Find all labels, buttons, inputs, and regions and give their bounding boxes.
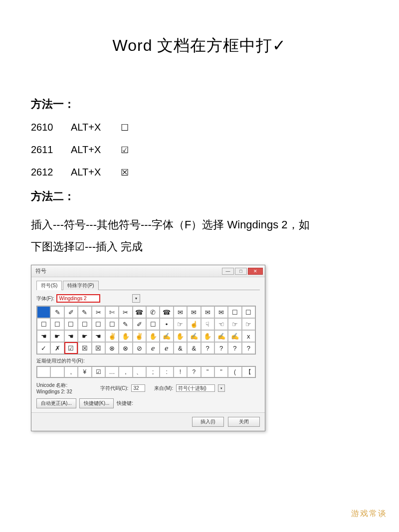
symbol-cell[interactable]: ☞ bbox=[174, 318, 187, 330]
symbol-cell[interactable]: ✌ bbox=[105, 330, 119, 342]
symbol-cell[interactable]: ✎ bbox=[50, 306, 64, 318]
symbol-cell[interactable]: ☛ bbox=[78, 330, 91, 342]
symbol-cell[interactable]: ✌ bbox=[133, 330, 146, 342]
symbol-cell[interactable]: ⊗ bbox=[105, 342, 119, 354]
symbol-cell[interactable]: ⊘ bbox=[133, 342, 146, 354]
symbol-cell[interactable]: ✍ bbox=[214, 330, 228, 342]
symbol-cell[interactable]: ☎ bbox=[133, 306, 146, 318]
symbol-cell[interactable]: ☚ bbox=[92, 330, 105, 342]
symbol-cell[interactable]: ☎ bbox=[160, 306, 173, 318]
symbol-cell[interactable]: ✂ bbox=[119, 306, 132, 318]
symbol-cell[interactable]: ✄ bbox=[105, 306, 119, 318]
symbol-cell[interactable]: ☚ bbox=[37, 330, 50, 342]
symbol-cell[interactable]: ✉ bbox=[187, 306, 200, 318]
recent-symbol-cell[interactable]: " bbox=[214, 366, 228, 377]
symbol-cell[interactable]: ☐ bbox=[242, 306, 255, 318]
symbol-cell[interactable]: ✐ bbox=[64, 306, 78, 318]
symbol-cell[interactable]: ☐ bbox=[37, 318, 50, 330]
key-combo: ALT+X bbox=[71, 122, 121, 133]
symbol-cell[interactable]: ✂ bbox=[92, 306, 105, 318]
recent-symbol-cell[interactable]: , bbox=[119, 366, 132, 377]
symbol-cell[interactable]: ✎ bbox=[78, 306, 91, 318]
symbol-cell[interactable]: ✐ bbox=[133, 318, 146, 330]
symbol-cell[interactable]: ✋ bbox=[201, 330, 214, 342]
symbol-cell[interactable]: ⊗ bbox=[119, 342, 132, 354]
symbol-cell[interactable]: ☐ bbox=[146, 318, 160, 330]
recent-symbol-cell[interactable]: ! bbox=[174, 366, 187, 377]
symbol-cell[interactable]: ☐ bbox=[228, 306, 241, 318]
symbol-cell[interactable]: ☜ bbox=[214, 318, 228, 330]
maximize-button[interactable]: □ bbox=[235, 268, 247, 275]
symbol-cell[interactable]: ✉ bbox=[174, 306, 187, 318]
method2-line1: 插入---符号---其他符号---字体（F）选择 Wingdings 2，如 bbox=[31, 218, 310, 231]
recent-symbol-cell[interactable]: : bbox=[160, 366, 173, 377]
recent-symbol-cell[interactable]: " bbox=[201, 366, 214, 377]
symbol-cell[interactable]: ☐ bbox=[50, 318, 64, 330]
symbol-cell[interactable]: ? bbox=[201, 342, 214, 354]
minimize-button[interactable]: — bbox=[222, 268, 234, 275]
symbol-cell[interactable]: ☒ bbox=[78, 342, 91, 354]
symbol-cell[interactable]: ✍ bbox=[228, 330, 241, 342]
method1-label: 方法一： bbox=[31, 97, 368, 112]
charcode-label: 字符代码(C): bbox=[100, 385, 129, 392]
recent-symbol-cell[interactable]: , bbox=[64, 366, 78, 377]
tab-special[interactable]: 特殊字符(P) bbox=[63, 281, 98, 290]
symbol-cell[interactable]: ☑ bbox=[64, 342, 78, 354]
symbol-cell[interactable]: ✎ bbox=[119, 318, 132, 330]
recent-symbol-cell[interactable]: ? bbox=[187, 366, 200, 377]
symbol-cell[interactable]: ✓ bbox=[37, 342, 50, 354]
symbol-cell[interactable]: ? bbox=[214, 342, 228, 354]
symbol-cell[interactable]: ✋ bbox=[119, 330, 132, 342]
symbol-cell[interactable]: • bbox=[160, 318, 173, 330]
symbol-cell[interactable]: ☟ bbox=[201, 318, 214, 330]
recent-symbol-cell[interactable]: ☑ bbox=[92, 366, 105, 377]
recent-symbol-cell[interactable]: … bbox=[105, 366, 119, 377]
recent-symbol-cell[interactable]: ¥ bbox=[78, 366, 91, 377]
symbol-cell[interactable]: ✋ bbox=[146, 330, 160, 342]
insert-button[interactable]: 插入(I) bbox=[192, 417, 224, 427]
symbol-cell[interactable]: ℯ bbox=[160, 342, 173, 354]
symbol-cell[interactable]: ✍ bbox=[187, 330, 200, 342]
symbol-cell[interactable]: ☞ bbox=[228, 318, 241, 330]
symbol-cell[interactable]: & bbox=[174, 342, 187, 354]
charcode-input[interactable]: 32 bbox=[131, 384, 145, 392]
symbol-cell[interactable]: ☚ bbox=[64, 330, 78, 342]
shortcut-button[interactable]: 快捷键(K)... bbox=[79, 398, 114, 408]
autocorrect-button[interactable]: 自动更正(A)... bbox=[36, 398, 76, 408]
symbol-cell[interactable]: ✍ bbox=[160, 330, 173, 342]
symbol-cell[interactable]: ☞ bbox=[242, 318, 255, 330]
symbol-cell[interactable]: ✉ bbox=[214, 306, 228, 318]
symbol-cell[interactable]: ☐ bbox=[78, 318, 91, 330]
close-button[interactable]: ✕ bbox=[248, 268, 263, 275]
method2-label: 方法二： bbox=[31, 189, 368, 204]
symbol-cell[interactable]: ☛ bbox=[50, 330, 64, 342]
dropdown-arrow-icon[interactable]: ▾ bbox=[132, 294, 140, 303]
symbol-cell[interactable]: ? bbox=[242, 342, 255, 354]
recent-symbol-cell[interactable] bbox=[50, 366, 64, 377]
symbol-cell[interactable]: ℯ bbox=[146, 342, 160, 354]
recent-symbol-cell[interactable] bbox=[37, 366, 50, 377]
symbol-cell[interactable]: ✗ bbox=[50, 342, 64, 354]
font-select[interactable]: Wingdings 2 bbox=[56, 294, 100, 303]
tab-symbols[interactable]: 符号(S) bbox=[36, 281, 62, 290]
recent-symbol-cell[interactable]: 、 bbox=[133, 366, 146, 377]
symbol-cell[interactable]: ✆ bbox=[146, 306, 160, 318]
symbol-cell[interactable]: ☝ bbox=[187, 318, 200, 330]
from-select[interactable]: 符号(十进制) bbox=[176, 384, 215, 392]
dropdown-arrow-icon[interactable]: ▾ bbox=[218, 384, 225, 392]
symbol-cell[interactable]: ☐ bbox=[92, 318, 105, 330]
symbol-cell[interactable]: & bbox=[187, 342, 200, 354]
symbol-cell[interactable]: ☐ bbox=[64, 318, 78, 330]
symbol-cell[interactable]: ✉ bbox=[201, 306, 214, 318]
recent-symbol-cell[interactable]: ( bbox=[228, 366, 241, 377]
recent-symbol-cell[interactable]: 【 bbox=[242, 366, 255, 377]
close-dialog-button[interactable]: 关闭 bbox=[228, 417, 260, 427]
symbol-cell[interactable]: ☒ bbox=[92, 342, 105, 354]
font-label: 字体(F): bbox=[36, 295, 54, 302]
symbol-cell[interactable]: ☐ bbox=[105, 318, 119, 330]
symbol-cell[interactable] bbox=[37, 306, 50, 318]
symbol-cell[interactable]: x bbox=[242, 330, 255, 342]
recent-symbol-cell[interactable]: ; bbox=[146, 366, 160, 377]
symbol-cell[interactable]: ✋ bbox=[174, 330, 187, 342]
symbol-cell[interactable]: ? bbox=[228, 342, 241, 354]
